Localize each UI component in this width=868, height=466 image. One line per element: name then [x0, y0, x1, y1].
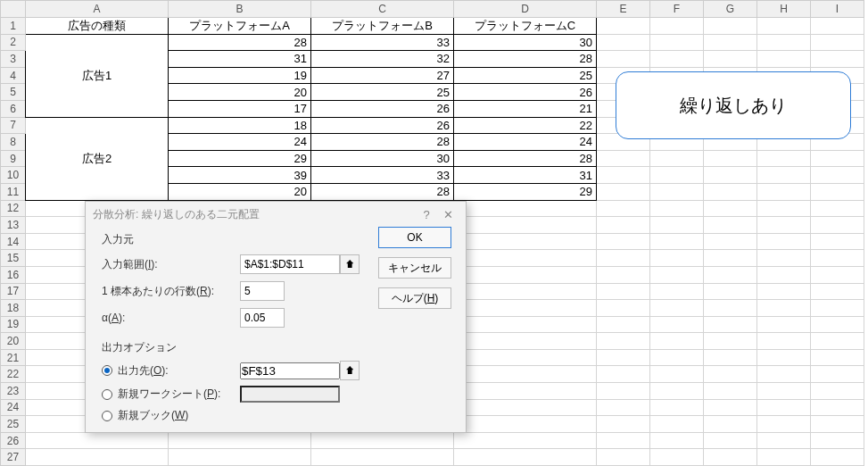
cell[interactable] — [311, 449, 454, 466]
cell[interactable] — [704, 250, 757, 267]
cell[interactable] — [650, 366, 704, 383]
range-picker-icon[interactable]: 🡅 — [340, 254, 360, 274]
col-header-E[interactable]: E — [597, 1, 650, 18]
cell[interactable] — [597, 51, 650, 68]
cell-C1[interactable]: プラットフォームB — [311, 17, 454, 34]
col-header-G[interactable]: G — [704, 1, 757, 18]
cell[interactable] — [757, 449, 811, 466]
cell[interactable] — [757, 183, 811, 200]
row-header-7[interactable]: 7 — [1, 117, 26, 134]
row-header-1[interactable]: 1 — [1, 17, 26, 34]
close-icon[interactable]: ✕ — [437, 204, 459, 225]
cell-B6[interactable]: 17 — [169, 100, 311, 117]
cell[interactable] — [811, 200, 864, 217]
row-header-19[interactable]: 19 — [1, 316, 26, 333]
cell-D6[interactable]: 21 — [454, 100, 597, 117]
cell-D3[interactable]: 28 — [454, 51, 597, 68]
cell[interactable] — [650, 17, 704, 34]
cell[interactable] — [757, 283, 811, 300]
cell[interactable] — [757, 266, 811, 283]
cell-B4[interactable]: 19 — [169, 67, 311, 84]
cell-D1[interactable]: プラットフォームC — [454, 17, 597, 34]
cell[interactable] — [704, 283, 757, 300]
cell[interactable] — [650, 432, 704, 449]
cell[interactable] — [454, 316, 597, 333]
cell[interactable] — [169, 449, 311, 466]
cell[interactable] — [757, 17, 811, 34]
cell[interactable] — [757, 167, 811, 184]
cell-D10[interactable]: 31 — [454, 167, 597, 184]
cell-B1[interactable]: プラットフォームA — [169, 17, 311, 34]
row-header-27[interactable]: 27 — [1, 449, 26, 466]
cell[interactable] — [757, 233, 811, 250]
row-header-3[interactable]: 3 — [1, 51, 26, 68]
cell[interactable] — [811, 17, 864, 34]
ok-button[interactable]: OK — [378, 227, 451, 248]
cell[interactable] — [757, 300, 811, 317]
cell[interactable] — [757, 383, 811, 400]
cell[interactable] — [454, 399, 597, 416]
cell-C11[interactable]: 28 — [311, 183, 454, 200]
cell[interactable] — [704, 300, 757, 317]
cell[interactable] — [650, 34, 704, 51]
cell[interactable] — [811, 449, 864, 466]
cell[interactable] — [704, 399, 757, 416]
cell-A2-6[interactable]: 広告1 — [26, 34, 169, 117]
cell[interactable] — [650, 51, 704, 68]
cell[interactable] — [597, 34, 650, 51]
cell[interactable] — [811, 51, 864, 68]
row-header-26[interactable]: 26 — [1, 432, 26, 449]
cell[interactable] — [597, 399, 650, 416]
cell[interactable] — [704, 233, 757, 250]
cell[interactable] — [597, 300, 650, 317]
cell[interactable] — [650, 167, 704, 184]
cell[interactable] — [811, 383, 864, 400]
cell[interactable] — [597, 266, 650, 283]
cell[interactable] — [650, 283, 704, 300]
input-range-input[interactable] — [240, 254, 340, 274]
radio-new-worksheet[interactable] — [102, 389, 112, 400]
cell[interactable] — [811, 366, 864, 383]
cell[interactable] — [454, 300, 597, 317]
cell[interactable] — [650, 250, 704, 267]
row-header-24[interactable]: 24 — [1, 399, 26, 416]
col-header-F[interactable]: F — [650, 1, 704, 18]
cell[interactable] — [811, 250, 864, 267]
col-header-H[interactable]: H — [757, 1, 811, 18]
cell-B8[interactable]: 24 — [169, 134, 311, 151]
row-header-14[interactable]: 14 — [1, 233, 26, 250]
row-header-5[interactable]: 5 — [1, 84, 26, 101]
col-header-B[interactable]: B — [169, 1, 311, 18]
cell-D9[interactable]: 28 — [454, 150, 597, 167]
cell[interactable] — [454, 449, 597, 466]
cell[interactable] — [597, 217, 650, 234]
cell[interactable] — [757, 416, 811, 433]
col-header-A[interactable]: A — [26, 1, 169, 18]
row-header-8[interactable]: 8 — [1, 134, 26, 151]
row-header-9[interactable]: 9 — [1, 150, 26, 167]
cell[interactable] — [811, 300, 864, 317]
cell[interactable] — [26, 449, 169, 466]
cell[interactable] — [811, 150, 864, 167]
cell[interactable] — [811, 233, 864, 250]
cell[interactable] — [704, 167, 757, 184]
cell[interactable] — [757, 34, 811, 51]
cell[interactable] — [597, 416, 650, 433]
radio-output-range[interactable] — [102, 365, 112, 376]
cell[interactable] — [454, 250, 597, 267]
cell[interactable] — [757, 366, 811, 383]
cell[interactable] — [454, 233, 597, 250]
cell[interactable] — [650, 416, 704, 433]
cell[interactable] — [704, 383, 757, 400]
col-header-I[interactable]: I — [811, 1, 864, 18]
cell-C8[interactable]: 28 — [311, 134, 454, 151]
cell-C10[interactable]: 33 — [311, 167, 454, 184]
cell[interactable] — [811, 34, 864, 51]
cell[interactable] — [811, 183, 864, 200]
cell[interactable] — [597, 250, 650, 267]
cell[interactable] — [811, 432, 864, 449]
col-header-C[interactable]: C — [311, 1, 454, 18]
cell[interactable] — [704, 449, 757, 466]
dialog-titlebar[interactable]: 分散分析: 繰り返しのある二元配置 ? ✕ — [86, 202, 466, 227]
cell-D11[interactable]: 29 — [454, 183, 597, 200]
